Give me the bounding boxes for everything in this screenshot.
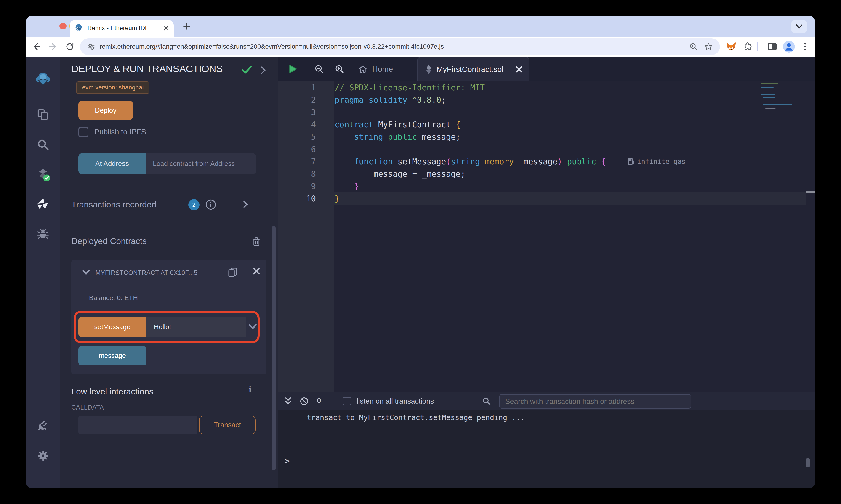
circle-slash-icon	[299, 397, 309, 406]
new-tab-button[interactable]	[181, 20, 193, 32]
remix-logo[interactable]	[26, 69, 60, 90]
publish-ipfs-label: Publish to IPFS	[95, 128, 146, 136]
terminal-clear-button[interactable]	[298, 395, 311, 408]
zoom-out-icon	[314, 64, 324, 74]
line-number: 6	[278, 143, 316, 156]
publish-ipfs-checkbox[interactable]	[79, 127, 89, 137]
transact-button[interactable]: Transact	[199, 416, 256, 434]
side-panel-icon	[767, 42, 777, 51]
metamask-extension-button[interactable]	[725, 40, 737, 53]
terminal-collapse-button[interactable]	[281, 395, 294, 408]
code-line: pragma solidity ^0.8.0;	[334, 94, 446, 106]
listen-all-checkbox[interactable]	[343, 397, 351, 406]
code-line: string public message;	[334, 131, 461, 143]
profile-button[interactable]	[783, 40, 795, 53]
three-dots-icon	[801, 42, 809, 51]
back-button[interactable]	[30, 40, 43, 53]
site-settings-icon[interactable]	[86, 42, 96, 51]
browser-tabstrip: Remix - Ethereum IDE	[26, 16, 816, 36]
clear-contracts-trash-icon[interactable]	[252, 237, 261, 247]
zoom-in-button[interactable]	[333, 63, 346, 75]
low-level-interactions-label: Low level interactions	[71, 387, 153, 396]
terminal-search-icon	[482, 397, 491, 406]
calldata-input[interactable]	[79, 416, 197, 434]
tab-home-label: Home	[372, 65, 393, 73]
solidity-file-icon	[425, 64, 432, 75]
terminal-prompt: >	[285, 456, 290, 466]
minimap-line	[760, 87, 774, 88]
line-number: 1	[278, 82, 316, 94]
transactions-recorded-label: Transactions recorded	[71, 200, 156, 210]
close-window-button[interactable]	[59, 23, 67, 30]
bookmark-star-icon[interactable]	[704, 42, 713, 51]
deploy-button[interactable]: Deploy	[79, 101, 133, 120]
sidebar-item-search[interactable]	[26, 134, 60, 156]
line-number: 4	[278, 119, 316, 131]
forward-button[interactable]	[47, 40, 59, 53]
profile-avatar	[783, 40, 795, 53]
code-line: message = _message;	[334, 168, 465, 180]
run-script-button[interactable]	[286, 63, 299, 75]
sidebar-item-deploy-run[interactable]	[26, 193, 60, 215]
tab-search-button[interactable]	[791, 20, 807, 33]
panel-expand-chevron-icon[interactable]	[260, 66, 267, 75]
editor-tabbar: Home MyFirstContract.sol	[278, 57, 815, 82]
extensions-puzzle-icon	[743, 42, 752, 51]
browser-window: Remix - Ethereum IDE remix.et	[26, 16, 816, 488]
terminal-search-input[interactable]	[499, 394, 691, 409]
line-number: 9	[278, 180, 316, 193]
editor-scroll-divider	[806, 82, 806, 392]
sidebar-item-debugger[interactable]	[26, 223, 60, 245]
transactions-count-badge: 2	[188, 199, 200, 211]
reload-button[interactable]	[63, 40, 76, 53]
plus-icon	[183, 23, 190, 30]
minimap-line	[763, 97, 775, 98]
panel-scrollbar[interactable]	[272, 226, 276, 470]
deploy-run-panel: DEPLOY & RUN TRANSACTIONS evm version: s…	[60, 57, 278, 488]
at-address-button[interactable]: At Address	[79, 153, 146, 174]
message-button[interactable]: message	[79, 346, 147, 365]
side-panel-button[interactable]	[766, 40, 778, 53]
url-text[interactable]: remix.ethereum.org/#lang=en&optimize=fal…	[100, 43, 689, 50]
tab-file-close-icon[interactable]	[516, 66, 523, 73]
contract-title[interactable]: MYFIRSTCONTRACT AT 0X10F...5	[96, 269, 224, 276]
forward-icon	[48, 41, 58, 52]
line-number: 5	[278, 131, 316, 143]
sidebar-item-settings[interactable]	[26, 445, 60, 467]
contract-collapse-chevron-icon[interactable]	[82, 269, 90, 275]
copy-address-icon[interactable]	[227, 267, 238, 279]
low-level-info-icon[interactable]: i	[249, 384, 251, 394]
address-bar[interactable]: remix.ethereum.org/#lang=en&optimize=fal…	[80, 38, 720, 55]
minimap-line	[765, 108, 776, 109]
minimap-line	[760, 114, 761, 116]
contract-balance: Balance: 0. ETH	[89, 294, 138, 302]
zoom-out-button[interactable]	[313, 63, 325, 75]
browser-menu-button[interactable]	[799, 40, 811, 53]
terminal-body[interactable]: transact to MyFirstContract.setMessage p…	[278, 410, 815, 488]
zoom-page-icon[interactable]	[689, 42, 698, 51]
sidebar-item-solidity-compiler[interactable]	[26, 163, 60, 185]
remove-contract-icon[interactable]	[253, 267, 260, 275]
tab-close-icon[interactable]	[164, 25, 169, 31]
tab-myfirstcontract[interactable]: MyFirstContract.sol	[417, 57, 530, 82]
terminal-listen-count: 0	[317, 396, 321, 405]
code-line: }	[334, 193, 339, 205]
screen: Remix - Ethereum IDE remix.et	[0, 0, 841, 504]
at-address-input[interactable]: Load contract from Address	[146, 153, 256, 174]
section-divider	[71, 381, 257, 381]
transactions-expand-chevron-icon[interactable]	[242, 200, 248, 209]
transactions-info-icon[interactable]	[205, 199, 216, 210]
zoom-in-icon	[334, 64, 345, 74]
back-icon	[31, 41, 42, 52]
tab-file-label: MyFirstContract.sol	[436, 65, 516, 74]
browser-tab[interactable]: Remix - Ethereum IDE	[70, 20, 174, 37]
extensions-button[interactable]	[741, 40, 754, 53]
tab-home[interactable]: Home	[358, 57, 393, 82]
code-editor[interactable]: 12345678910 // SPDX-License-Identifier: …	[278, 82, 815, 392]
sidebar-item-file-explorer[interactable]	[26, 104, 60, 125]
minimap-line	[760, 94, 775, 95]
terminal: 0 listen on all transactions transact to…	[278, 392, 815, 488]
terminal-scrollbar[interactable]	[806, 458, 810, 467]
gas-pump-icon	[628, 158, 634, 165]
sidebar-item-plugin-manager[interactable]	[26, 415, 60, 436]
